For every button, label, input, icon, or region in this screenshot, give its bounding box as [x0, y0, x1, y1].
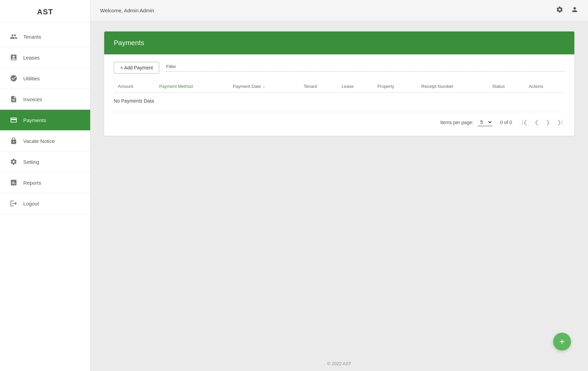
footer: © 2022 AST — [91, 356, 588, 371]
table-header: Amount Payment Method Payment Date ↓ Ten… — [114, 80, 565, 93]
per-page-wrapper: 5 10 25 50 — [478, 118, 493, 126]
tenants-icon — [10, 32, 18, 41]
sidebar-item-utilities-label: Utilities — [23, 76, 40, 81]
col-amount[interactable]: Amount — [114, 80, 155, 93]
items-per-page-label: Items per page: — [440, 120, 473, 125]
col-status[interactable]: Status — [488, 80, 525, 93]
col-receipt-number[interactable]: Receipt Number — [417, 80, 488, 93]
sidebar-item-setting[interactable]: Setting — [0, 151, 90, 172]
sort-icon: ↓ — [263, 84, 265, 89]
sidebar-item-payments[interactable]: Payments — [0, 110, 90, 131]
no-data-message: No Payments Data — [114, 93, 565, 112]
utilities-icon — [10, 74, 18, 82]
col-actions: Actions — [525, 80, 565, 93]
sidebar-item-invoices[interactable]: Invoices — [0, 89, 90, 110]
sidebar-item-payments-label: Payments — [23, 117, 46, 123]
no-data-row: No Payments Data — [114, 93, 565, 112]
leases-icon — [10, 53, 18, 62]
payments-card: Payments + Add Payment Filter — [104, 31, 574, 136]
page-content: Payments + Add Payment Filter — [91, 21, 588, 356]
topbar: Welcome, Admin Admin — [91, 0, 588, 21]
first-page-button[interactable]: |❮ — [520, 118, 530, 126]
logout-icon — [10, 199, 18, 208]
per-page-select[interactable]: 5 10 25 50 — [478, 118, 493, 126]
next-page-button[interactable]: ❯ — [544, 118, 552, 126]
card-header: Payments — [104, 31, 574, 54]
sidebar-item-tenants[interactable]: Tenants — [0, 26, 90, 47]
filter-label: Filter — [166, 64, 565, 69]
reports-icon — [10, 178, 18, 187]
add-payment-button[interactable]: + Add Payment — [114, 62, 159, 74]
sidebar-item-vacate-notice[interactable]: Vacate Notice — [0, 131, 90, 151]
payments-table-wrapper: Amount Payment Method Payment Date ↓ Ten… — [114, 80, 565, 112]
card-body: + Add Payment Filter Amount Payment — [104, 54, 574, 136]
prev-page-button[interactable]: ❮ — [532, 118, 541, 126]
col-lease[interactable]: Lease — [338, 80, 373, 93]
sidebar-item-setting-label: Setting — [23, 159, 39, 165]
sidebar-item-logout-label: Logout — [23, 201, 39, 207]
payments-icon — [10, 116, 18, 124]
app-logo: AST — [0, 0, 90, 23]
filter-section: Filter — [166, 64, 565, 71]
col-property[interactable]: Property — [373, 80, 417, 93]
sidebar-item-leases[interactable]: Leases — [0, 47, 90, 68]
pagination: Items per page: 5 10 25 50 0 of 0 |❮ ❮ ❯… — [114, 118, 565, 126]
sidebar: AST Tenants Leases Utilities Invoices — [0, 0, 91, 371]
fab-add-button[interactable]: + — [553, 333, 571, 350]
sidebar-item-reports[interactable]: Reports — [0, 172, 90, 193]
sidebar-nav: Tenants Leases Utilities Invoices Paymen — [0, 23, 90, 371]
sidebar-item-utilities[interactable]: Utilities — [0, 68, 90, 89]
account-icon[interactable] — [571, 6, 578, 15]
sidebar-item-invoices-label: Invoices — [23, 96, 42, 102]
table-body: No Payments Data — [114, 93, 565, 112]
vacate-icon — [10, 137, 18, 145]
toolbar: + Add Payment Filter — [114, 62, 565, 74]
sidebar-item-reports-label: Reports — [23, 180, 41, 186]
col-payment-method: Payment Method — [155, 80, 229, 93]
topbar-actions — [556, 6, 578, 15]
last-page-button[interactable]: ❯| — [555, 118, 565, 126]
sidebar-item-leases-label: Leases — [23, 55, 40, 61]
payments-table: Amount Payment Method Payment Date ↓ Ten… — [114, 80, 565, 112]
col-payment-date[interactable]: Payment Date ↓ — [229, 80, 300, 93]
gear-icon[interactable] — [556, 6, 563, 15]
invoices-icon — [10, 95, 18, 103]
setting-icon — [10, 158, 18, 166]
filter-divider — [166, 71, 565, 71]
col-tenant[interactable]: Tenant — [300, 80, 338, 93]
sidebar-item-vacate-label: Vacate Notice — [23, 138, 55, 144]
page-title: Payments — [114, 39, 144, 47]
welcome-message: Welcome, Admin Admin — [100, 8, 154, 13]
main-content: Welcome, Admin Admin Payments + Add Paym… — [91, 0, 588, 371]
sidebar-item-tenants-label: Tenants — [23, 34, 41, 40]
sidebar-item-logout[interactable]: Logout — [0, 193, 90, 214]
page-count: 0 of 0 — [500, 120, 512, 125]
